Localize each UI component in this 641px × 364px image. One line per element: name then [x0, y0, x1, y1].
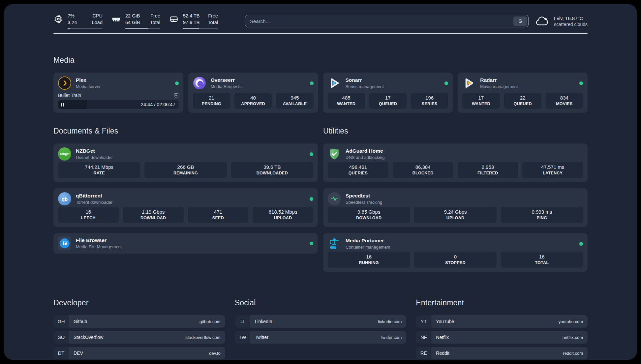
bookmark-url: reddit.com	[563, 351, 583, 356]
bookmark-group-entertainment: Entertainment YT YouTube youtube.com NF …	[416, 298, 588, 360]
plex-icon	[58, 76, 71, 90]
status-dot	[310, 152, 313, 156]
weather-widget[interactable]: Lviv, 16.87°C scattered clouds	[534, 15, 588, 27]
bookmark-netflix[interactable]: NF Netflix netflix.com	[416, 331, 588, 344]
bookmark-name: DEV	[74, 350, 83, 356]
bookmark-abbr: LI	[235, 315, 250, 328]
bookmark-group-developer: Developer GH Github github.com SO StackO…	[53, 298, 225, 360]
service-card-plex[interactable]: Plex Media server Bullet Train	[53, 73, 183, 113]
service-description: DNS and adblocking	[346, 155, 385, 160]
stat-box: 17QUEUED	[369, 93, 407, 109]
header-divider	[53, 33, 588, 34]
nzbget-icon: nzbget	[58, 147, 71, 161]
bookmark-youtube[interactable]: YT YouTube youtube.com	[416, 315, 588, 328]
stat-box: 1.19 GbpsDOWNLOAD	[123, 207, 184, 223]
service-card-overseerr[interactable]: Overseerr Media Requests 21PENDING 40APP…	[188, 73, 318, 113]
status-dot	[444, 81, 448, 85]
service-card-adguard[interactable]: AdGuard Home DNS and adblocking 498,461Q…	[323, 143, 588, 182]
playback-progress	[58, 100, 87, 109]
cpu-usage-value: 7%	[68, 13, 77, 19]
disk-widget: 52.4 TB 97.9 TB Free Total	[169, 13, 218, 29]
bookmark-name: Twitter	[255, 335, 268, 340]
bookmark-abbr: YT	[416, 315, 431, 328]
bookmark-reddit[interactable]: RE Reddit reddit.com	[416, 347, 588, 359]
status-dot	[310, 81, 314, 85]
stat-box: 2,953FILTERED	[458, 162, 518, 178]
stat-box: 0STOPPED	[414, 252, 496, 268]
stat-box: 498,461QUERIES	[328, 162, 388, 178]
service-card-qbittorrent[interactable]: qb qBittorrent Torrent downloader 16LEEC…	[53, 188, 318, 227]
search-input[interactable]	[246, 18, 513, 24]
disk-progress-bar	[183, 28, 218, 29]
bookmark-abbr: RE	[416, 347, 431, 359]
portainer-icon	[328, 237, 341, 250]
cpu-load-label: Load	[92, 19, 103, 26]
stat-box: 21PENDING	[193, 93, 230, 109]
bookmark-name: Github	[74, 319, 87, 324]
service-card-speedtest[interactable]: Speedtest Speedtest Tracking 9.65 GbpsDO…	[323, 188, 588, 227]
section-title-utilities: Utilities	[323, 127, 588, 136]
stat-box: 744.21 MbpsRATE	[58, 162, 140, 178]
status-dot	[310, 242, 313, 245]
memory-total-label: Total	[150, 19, 160, 26]
search-engine-button[interactable]: G	[513, 16, 527, 26]
section-title-media: Media	[53, 56, 588, 65]
now-playing-settings-icon[interactable]	[173, 93, 179, 98]
bookmark-stackoverflow[interactable]: SO StackOverflow stackoverflow.com	[53, 331, 225, 344]
bookmark-url: youtube.com	[559, 319, 583, 324]
service-card-nzbget[interactable]: nzbget NZBGet Usenet downloader 744.21 M…	[53, 143, 318, 182]
service-card-sonarr[interactable]: Sonarr Series management 485WANTED 17QUE…	[323, 73, 453, 113]
service-card-portainer[interactable]: Media Portainer Container management 16R…	[323, 233, 588, 272]
stat-box: 17WANTED	[462, 93, 500, 109]
service-card-radarr[interactable]: Radarr Movie management 17WANTED 22QUEUE…	[458, 73, 588, 113]
service-description: Movie management	[480, 84, 518, 89]
cpu-widget: 7% 3.24 CPU Load	[53, 13, 103, 29]
stat-box: 16TOTAL	[501, 252, 583, 268]
filebrowser-icon	[58, 236, 71, 250]
bookmark-name: YouTube	[436, 319, 454, 324]
service-name: qBittorrent	[76, 193, 112, 199]
disk-icon	[169, 14, 179, 24]
bookmark-url: twitter.com	[381, 335, 402, 340]
now-playing-bar: 24:44 / 02:06:47	[58, 100, 179, 109]
service-description: Container management	[346, 245, 390, 250]
service-card-filebrowser[interactable]: File Browser Media File Management	[53, 233, 318, 254]
top-bar: 7% 3.24 CPU Load 22 GiB	[53, 13, 588, 30]
stat-box: 834MOVIES	[546, 93, 583, 109]
stat-box: 39.6 TBDOWNLOADED	[231, 162, 313, 178]
disk-free-value: 52.4 TB	[183, 13, 200, 19]
service-name: NZBGet	[76, 148, 113, 154]
playback-time: 24:44 / 02:06:47	[141, 102, 179, 107]
stat-box: 618.52 MbpsUPLOAD	[253, 207, 313, 223]
speedtest-icon	[328, 192, 341, 205]
memory-progress-bar	[125, 28, 160, 29]
stat-box: 9.24 GbpsUPLOAD	[414, 207, 496, 223]
cloud-icon	[534, 15, 550, 27]
cpu-icon	[53, 14, 63, 24]
bookmark-group-social: Social LI LinkedIn linkedin.com TW Twitt…	[235, 298, 407, 347]
bookmark-name: StackOverflow	[74, 335, 103, 340]
cpu-label: CPU	[92, 13, 103, 19]
bookmark-twitter[interactable]: TW Twitter twitter.com	[235, 331, 407, 344]
service-name: Sonarr	[346, 77, 384, 83]
bookmark-github[interactable]: GH Github github.com	[53, 315, 225, 328]
search-bar: G	[245, 15, 529, 27]
status-dot	[579, 81, 583, 85]
cpu-load-value: 3.24	[68, 19, 77, 26]
bookmark-linkedin[interactable]: LI LinkedIn linkedin.com	[235, 315, 407, 328]
stat-box: 16LEECH	[58, 207, 119, 223]
bookmark-url: github.com	[199, 319, 221, 324]
stat-box: 485WANTED	[328, 93, 365, 109]
service-description: Media File Management	[76, 244, 122, 249]
memory-widget: 22 GiB 64 GiB Free Total	[111, 13, 160, 29]
stat-box: 86,384BLOCKED	[393, 162, 453, 178]
status-dot	[310, 197, 313, 201]
service-name: Plex	[76, 77, 101, 83]
bookmark-dev[interactable]: DT DEV dev.to	[53, 347, 225, 359]
memory-icon	[111, 14, 121, 24]
dashboard-panel: 7% 3.24 CPU Load 22 GiB	[4, 4, 637, 360]
cpu-progress-bar	[68, 28, 103, 29]
bookmark-name: LinkedIn	[255, 319, 272, 324]
pause-icon	[61, 103, 64, 106]
weather-location: Lviv, 16.87°C	[554, 15, 588, 21]
